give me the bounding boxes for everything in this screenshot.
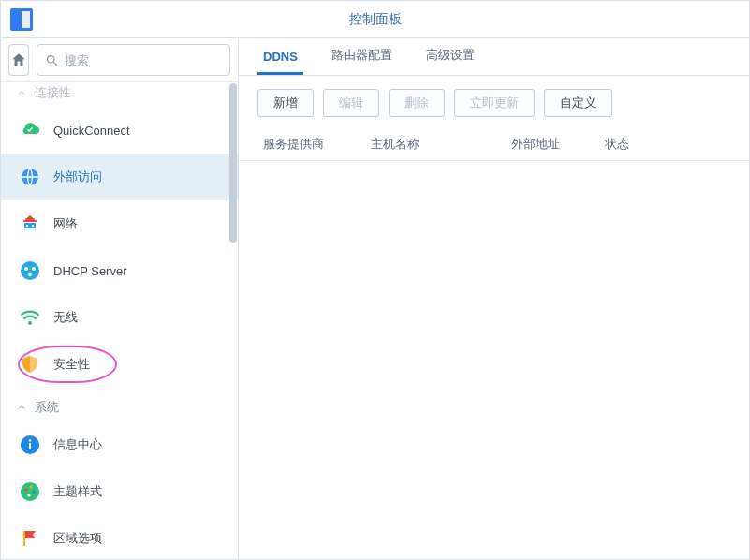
sidebar-item-label: 安全性 bbox=[53, 356, 225, 373]
tabs: DDNS 路由器配置 高级设置 bbox=[239, 38, 749, 76]
svg-point-17 bbox=[32, 490, 35, 493]
delete-button[interactable]: 删除 bbox=[389, 89, 445, 117]
sidebar: 连接性 QuickConnect 外部访问 网络 bbox=[1, 38, 239, 559]
svg-point-9 bbox=[28, 273, 32, 276]
home-button[interactable] bbox=[8, 44, 29, 76]
cloud-icon bbox=[18, 118, 42, 142]
flag-icon bbox=[18, 526, 42, 551]
sidebar-item-label: DHCP Server bbox=[53, 264, 225, 278]
col-external-addr[interactable]: 外部地址 bbox=[506, 128, 599, 160]
sidebar-item-quickconnect[interactable]: QuickConnect bbox=[1, 107, 238, 154]
search-input[interactable] bbox=[65, 53, 222, 67]
chevron-up-icon bbox=[16, 87, 27, 98]
sidebar-item-label: 区域选项 bbox=[53, 530, 225, 547]
table-header: 服务提供商 主机名称 外部地址 状态 bbox=[239, 128, 749, 161]
svg-rect-12 bbox=[29, 443, 31, 449]
sidebar-item-wireless[interactable]: 无线 bbox=[1, 294, 238, 341]
section-header-connectivity[interactable]: 连接性 bbox=[1, 82, 238, 107]
sidebar-item-regional[interactable]: 区域选项 bbox=[1, 515, 238, 559]
shield-icon bbox=[18, 352, 42, 376]
sidebar-item-label: 信息中心 bbox=[53, 436, 225, 453]
network-icon bbox=[18, 212, 42, 236]
titlebar: 控制面板 bbox=[1, 1, 749, 38]
sidebar-item-label: 网络 bbox=[53, 215, 225, 232]
info-icon bbox=[18, 433, 42, 457]
svg-point-14 bbox=[21, 482, 39, 501]
main-panel: DDNS 路由器配置 高级设置 新增 编辑 删除 立即更新 自定义 服务提供商 … bbox=[239, 38, 749, 559]
svg-point-18 bbox=[27, 494, 30, 496]
svg-rect-4 bbox=[26, 225, 28, 227]
col-hostname[interactable]: 主机名称 bbox=[365, 128, 506, 160]
wifi-icon bbox=[18, 305, 42, 330]
svg-point-7 bbox=[24, 267, 28, 271]
sidebar-item-external-access[interactable]: 外部访问 bbox=[1, 154, 238, 200]
window-title: 控制面板 bbox=[1, 11, 749, 28]
custom-button[interactable]: 自定义 bbox=[544, 89, 612, 117]
update-now-button[interactable]: 立即更新 bbox=[454, 89, 535, 117]
section-header-system[interactable]: 系统 bbox=[1, 388, 238, 421]
col-status[interactable]: 状态 bbox=[599, 128, 730, 160]
svg-point-0 bbox=[48, 55, 55, 63]
sidebar-item-theme[interactable]: 主题样式 bbox=[1, 468, 238, 515]
svg-point-10 bbox=[28, 321, 32, 325]
sidebar-item-label: 无线 bbox=[53, 309, 225, 326]
svg-point-16 bbox=[29, 485, 32, 488]
svg-rect-5 bbox=[32, 225, 34, 227]
svg-point-15 bbox=[24, 488, 27, 491]
svg-line-1 bbox=[53, 62, 57, 66]
section-label: 连接性 bbox=[35, 84, 71, 101]
sidebar-item-info-center[interactable]: 信息中心 bbox=[1, 421, 238, 468]
edit-button[interactable]: 编辑 bbox=[323, 89, 379, 117]
svg-point-6 bbox=[21, 261, 39, 280]
scrollbar-thumb[interactable] bbox=[229, 83, 237, 243]
svg-point-8 bbox=[32, 267, 36, 271]
svg-rect-3 bbox=[24, 223, 36, 228]
tab-ddns[interactable]: DDNS bbox=[257, 40, 303, 75]
tab-router[interactable]: 路由器配置 bbox=[326, 37, 398, 75]
section-label: 系统 bbox=[35, 399, 59, 416]
svg-rect-19 bbox=[23, 531, 25, 546]
add-button[interactable]: 新增 bbox=[257, 89, 314, 117]
sidebar-item-network[interactable]: 网络 bbox=[1, 200, 238, 247]
globe-icon bbox=[18, 165, 42, 189]
tab-advanced[interactable]: 高级设置 bbox=[420, 37, 480, 75]
toolbar: 新增 编辑 删除 立即更新 自定义 bbox=[239, 76, 749, 128]
sidebar-item-label: 主题样式 bbox=[53, 483, 225, 500]
home-icon bbox=[10, 52, 27, 68]
sidebar-item-label: 外部访问 bbox=[53, 169, 225, 185]
search-icon bbox=[45, 53, 59, 67]
chevron-up-icon bbox=[16, 402, 27, 413]
sidebar-list: 连接性 QuickConnect 外部访问 网络 bbox=[1, 82, 238, 559]
svg-point-13 bbox=[29, 439, 32, 442]
sidebar-scrollbar[interactable] bbox=[228, 83, 238, 559]
palette-icon bbox=[18, 479, 42, 504]
dhcp-icon bbox=[18, 258, 42, 283]
sidebar-item-label: QuickConnect bbox=[53, 124, 225, 138]
sidebar-item-security[interactable]: 安全性 bbox=[1, 341, 238, 388]
sidebar-item-dhcp[interactable]: DHCP Server bbox=[1, 247, 238, 294]
col-provider[interactable]: 服务提供商 bbox=[257, 128, 365, 160]
search-box[interactable] bbox=[37, 44, 230, 76]
